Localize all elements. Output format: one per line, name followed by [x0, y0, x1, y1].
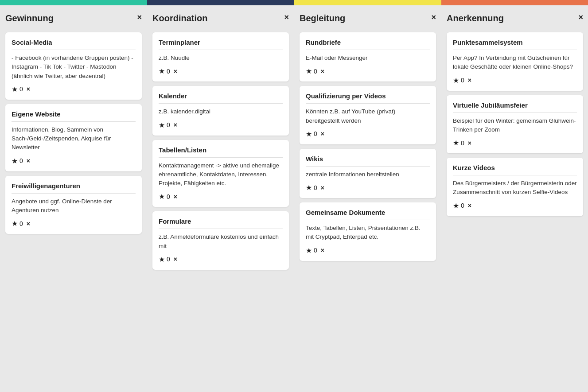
card: Terminplanerz.B. Nuudle★0× [152, 32, 289, 82]
column-title-row-begleitung: Begleitung× [300, 11, 436, 28]
card-body: z.B. kalender.digital [159, 107, 283, 116]
card-close-button[interactable]: × [174, 68, 177, 75]
star-count: 0 [461, 77, 464, 84]
column-close-button-anerkennung[interactable]: × [578, 13, 583, 21]
card-star-button[interactable]: ★0 [306, 183, 317, 192]
column-header-koordination [147, 0, 294, 5]
card: FreiwilligenagenturenAngebote und ggf. O… [5, 176, 142, 234]
card-star-button[interactable]: ★0 [453, 139, 464, 147]
star-icon: ★ [12, 85, 18, 93]
card-close-button[interactable]: × [321, 130, 324, 137]
star-icon: ★ [306, 130, 312, 138]
card-actions: ★0× [159, 192, 283, 201]
column-title-row-gewinnung: Gewinnung× [5, 11, 142, 28]
star-count: 0 [19, 85, 23, 93]
card-star-button[interactable]: ★0 [453, 76, 464, 85]
card-star-button[interactable]: ★0 [12, 219, 23, 228]
star-icon: ★ [306, 67, 312, 75]
card-close-button[interactable]: × [27, 220, 30, 227]
card-body: z.B. Nuudle [159, 54, 283, 62]
card: Gemeinsame DokumenteTexte, Tabellen, Lis… [300, 202, 436, 261]
card-actions: ★0× [453, 202, 577, 210]
column-title-anerkennung: Anerkennung [447, 13, 504, 23]
star-icon: ★ [159, 121, 165, 129]
column-close-button-begleitung[interactable]: × [431, 13, 436, 21]
column-inner-koordination: Koordination×Terminplanerz.B. Nuudle★0×K… [147, 5, 294, 392]
card-body: Texte, Tabellen, Listen, Präsentationen … [306, 224, 430, 242]
star-icon: ★ [453, 202, 459, 210]
star-icon: ★ [12, 157, 18, 165]
card-actions: ★0× [159, 121, 283, 129]
column-title-begleitung: Begleitung [300, 13, 345, 23]
card-close-button[interactable]: × [174, 256, 177, 263]
star-icon: ★ [306, 183, 312, 192]
star-count: 0 [19, 220, 23, 227]
column-title-koordination: Koordination [152, 13, 207, 23]
card-close-button[interactable]: × [27, 157, 30, 164]
card-actions: ★0× [306, 246, 430, 255]
card: Social-Media- Facebook (in vorhandene Gr… [5, 32, 142, 100]
card-title: Kurze Videos [453, 164, 577, 175]
star-icon: ★ [12, 219, 18, 228]
card-title: Social-Media [12, 39, 136, 50]
card-star-button[interactable]: ★0 [159, 192, 170, 201]
card: Virtuelle JubiläumsfeierBeispiel für den… [447, 95, 583, 154]
column-inner-begleitung: Begleitung×RundbriefeE-Mail oder Messeng… [294, 5, 441, 392]
card-body: E-Mail oder Messenger [306, 54, 430, 62]
card-close-button[interactable]: × [468, 140, 471, 147]
star-count: 0 [461, 202, 464, 209]
card-close-button[interactable]: × [321, 68, 324, 75]
star-count: 0 [167, 193, 170, 200]
card-star-button[interactable]: ★0 [159, 121, 170, 129]
card-close-button[interactable]: × [468, 202, 471, 209]
star-count: 0 [167, 256, 170, 263]
card-star-button[interactable]: ★0 [453, 202, 464, 210]
card-star-button[interactable]: ★0 [12, 85, 23, 93]
column-close-button-koordination[interactable]: × [284, 13, 289, 21]
card-body: Des Bürgermeisters / der Bürgermeisterin… [453, 179, 577, 197]
card-star-button[interactable]: ★0 [12, 157, 23, 165]
card-close-button[interactable]: × [174, 121, 177, 128]
card-body: z.B. Anmeldeformulare kostenlos und einf… [159, 233, 283, 251]
card: RundbriefeE-Mail oder Messenger★0× [300, 32, 436, 82]
column-koordination: Koordination×Terminplanerz.B. Nuudle★0×K… [147, 0, 294, 392]
card-star-button[interactable]: ★0 [306, 130, 317, 138]
card-title: Virtuelle Jubiläumsfeier [453, 101, 577, 113]
star-icon: ★ [159, 192, 165, 201]
star-count: 0 [167, 121, 170, 128]
card-actions: ★0× [306, 183, 430, 192]
card-star-button[interactable]: ★0 [306, 67, 317, 75]
card-actions: ★0× [306, 130, 430, 138]
card-body: Per App? In Verbindung mit Gutscheinen f… [453, 54, 577, 72]
column-close-button-gewinnung[interactable]: × [137, 13, 142, 21]
star-icon: ★ [159, 67, 165, 75]
card-star-button[interactable]: ★0 [159, 255, 170, 264]
card-close-button[interactable]: × [321, 247, 324, 254]
card-close-button[interactable]: × [174, 193, 177, 200]
card-actions: ★0× [453, 139, 577, 147]
card: Tabellen/ListenKontaktmanagement -> akti… [152, 140, 289, 207]
star-count: 0 [19, 157, 23, 164]
star-icon: ★ [453, 76, 459, 85]
card-title: Tabellen/Listen [159, 146, 283, 158]
column-header-anerkennung [441, 0, 588, 5]
column-inner-gewinnung: Gewinnung×Social-Media- Facebook (in vor… [0, 5, 147, 392]
card-title: Freiwilligenagenturen [12, 182, 136, 194]
card-actions: ★0× [12, 219, 136, 228]
card-title: Punktesammelsystem [453, 39, 577, 50]
card-title: Kalender [159, 92, 283, 104]
card-actions: ★0× [453, 76, 577, 85]
card-title: Rundbriefe [306, 39, 430, 50]
card-close-button[interactable]: × [27, 85, 30, 93]
card-body: Informationen, Blog, Sammeln von Sach-/G… [12, 125, 136, 152]
card-star-button[interactable]: ★0 [306, 246, 317, 255]
card-close-button[interactable]: × [321, 184, 324, 191]
card-star-button[interactable]: ★0 [159, 67, 170, 75]
card: Eigene WebsiteInformationen, Blog, Samme… [5, 104, 142, 171]
star-count: 0 [314, 247, 317, 254]
card-actions: ★0× [12, 85, 136, 93]
card-close-button[interactable]: × [468, 77, 471, 84]
column-inner-anerkennung: Anerkennung×PunktesammelsystemPer App? I… [441, 5, 588, 392]
card: Kurze VideosDes Bürgermeisters / der Bür… [447, 158, 583, 216]
card: Wikiszentrale Informationen bereitstelle… [300, 149, 436, 198]
